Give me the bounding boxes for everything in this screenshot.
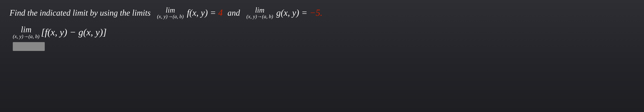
limit1-sub: (x, y)→(a, b) — [157, 14, 184, 19]
limit2-sub: (x, y)→(a, b) — [246, 14, 273, 19]
limit1-value: 4 — [218, 8, 223, 18]
main-container: Find the indicated limit by using the li… — [0, 0, 644, 112]
limit1-expression: f(x, y) = 4 — [187, 8, 222, 18]
limit2-expression: g(x, y) = −5. — [276, 8, 322, 18]
limit2-block: lim (x, y)→(a, b) — [246, 7, 273, 19]
question-expression: [f(x, y) − g(x, y)] — [41, 27, 106, 38]
question-limit-block: lim (x, y)→(a, b) — [13, 25, 40, 39]
limit1-block: lim (x, y)→(a, b) — [157, 7, 184, 19]
bottom-row: lim (x, y)→(a, b) [f(x, y) − g(x, y)] — [13, 25, 634, 39]
answer-input-box[interactable] — [13, 42, 45, 51]
instruction-text: Find the indicated limit by using the li… — [10, 8, 150, 18]
question-limit-word: lim — [21, 25, 31, 34]
limit2-word: lim — [255, 7, 264, 14]
limit1-word: lim — [166, 7, 175, 14]
question-limit-sub: (x, y)→(a, b) — [13, 34, 40, 39]
limit2-value: −5. — [310, 8, 322, 18]
top-row: Find the indicated limit by using the li… — [10, 7, 634, 19]
connector-and: and — [228, 8, 240, 18]
